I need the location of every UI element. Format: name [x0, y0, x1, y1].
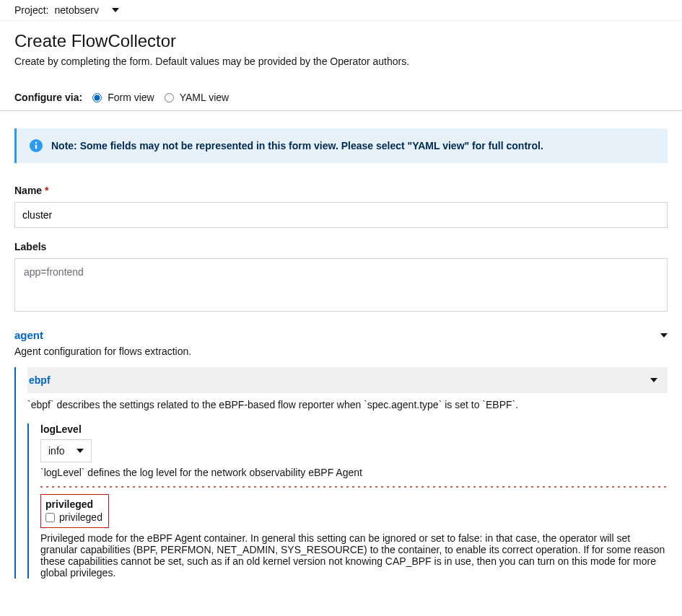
privileged-checkbox[interactable] [45, 513, 55, 522]
yaml-view-radio-input[interactable] [165, 93, 174, 102]
svg-point-1 [35, 142, 38, 144]
ebpf-section-title: ebpf [29, 374, 51, 386]
form-view-radio-label: Form view [108, 92, 154, 103]
required-indicator: * [45, 185, 48, 196]
info-icon [30, 139, 43, 152]
caret-down-icon [76, 449, 84, 453]
agent-section-desc: Agent configuration for flows extraction… [14, 346, 668, 357]
ebpf-section-desc: `ebpf` describes the settings related to… [27, 393, 668, 416]
project-name: netobserv [54, 4, 98, 16]
privileged-checkbox-row[interactable]: privileged [45, 511, 102, 523]
loglevel-value: info [48, 445, 65, 457]
chevron-down-icon [660, 333, 668, 338]
name-field-label: Name * [14, 185, 668, 196]
page-title: Create FlowCollector [14, 31, 668, 51]
privileged-checkbox-label: privileged [59, 511, 102, 523]
project-label: Project: [14, 4, 48, 16]
svg-rect-2 [35, 145, 37, 149]
yaml-view-radio-label: YAML view [180, 92, 229, 103]
labels-input[interactable]: app=frontend [14, 258, 668, 312]
alert-text: Note: Some fields may not be represented… [51, 140, 543, 151]
privileged-box: privileged privileged [40, 494, 109, 528]
loglevel-label: logLevel [40, 423, 668, 435]
form-view-radio[interactable]: Form view [92, 92, 154, 103]
project-dropdown-icon[interactable] [112, 8, 119, 12]
loglevel-help: `logLevel` defines the log level for the… [40, 467, 668, 478]
loglevel-select[interactable]: info [40, 439, 92, 462]
name-input[interactable] [14, 202, 668, 228]
configure-via-label: Configure via: [14, 92, 82, 103]
privileged-label: privileged [45, 498, 102, 510]
ebpf-section-toggle[interactable]: ebpf [27, 367, 668, 393]
chevron-down-icon [650, 378, 657, 382]
labels-field-label: Labels [14, 241, 668, 252]
form-view-radio-input[interactable] [92, 93, 102, 102]
agent-section-toggle[interactable]: agent [14, 329, 668, 341]
privileged-help: Privileged mode for the eBPF Agent conta… [40, 532, 668, 578]
agent-section-title: agent [14, 329, 43, 341]
yaml-view-radio[interactable]: YAML view [165, 92, 229, 103]
truncation-indicator [40, 483, 668, 491]
info-alert: Note: Some fields may not be represented… [14, 128, 668, 163]
page-subtitle: Create by completing the form. Default v… [14, 56, 668, 67]
